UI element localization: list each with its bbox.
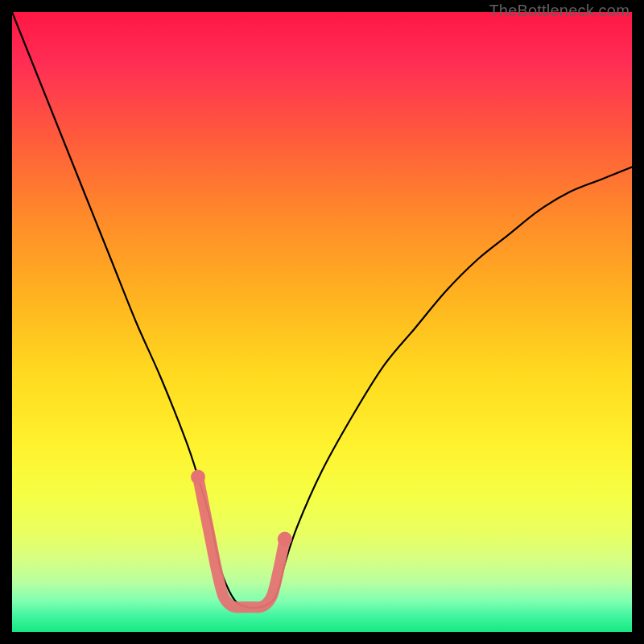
chart-plot-area: [12, 12, 632, 632]
chart-svg: [12, 12, 632, 632]
watermark-label: TheBottleneck.com: [489, 2, 630, 20]
optimal-band: [198, 477, 285, 608]
optimal-band-endpoint: [278, 532, 292, 547]
chart-frame: TheBottleneck.com: [0, 0, 644, 644]
optimal-band-endpoint: [191, 470, 205, 485]
bottleneck-curve: [12, 12, 632, 608]
